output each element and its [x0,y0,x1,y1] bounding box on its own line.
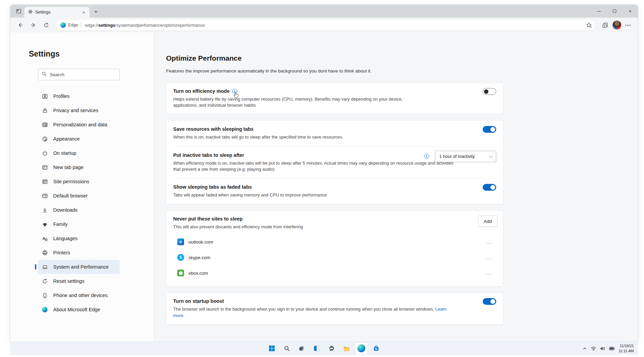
efficiency-toggle[interactable] [483,88,496,95]
info-icon[interactable]: i [424,154,429,159]
sidebar-item-default-browser[interactable]: Default browser [38,189,120,203]
startup-boost-title: Turn on startup boost [173,298,496,304]
tab-settings[interactable]: Settings × [24,7,89,18]
widgets-button[interactable] [310,343,323,354]
efficiency-description: Helps extend battery life by saving comp… [173,96,404,108]
start-button[interactable] [266,343,278,354]
battery-icon[interactable] [609,346,615,351]
tray-chevron-up-icon[interactable] [582,346,587,351]
svg-text:A: A [42,236,45,240]
tab-close-button[interactable]: × [81,9,87,15]
card-startup-boost: Turn on startup boost The browser will l… [166,293,503,324]
xbox-icon [177,270,184,276]
browser-window: Settings × + × [10,5,638,341]
collections-button[interactable] [600,20,610,30]
store-button[interactable] [370,343,383,354]
tab-actions-button[interactable] [13,7,24,17]
card-efficiency-mode: Turn on efficiency mode i Helps extend b… [166,83,503,114]
address-separator [81,22,81,28]
task-view-icon [299,345,305,352]
sleep-after-description: When efficiency mode is on, inactive tab… [173,160,460,172]
new-tab-button[interactable]: + [91,7,101,16]
personalization-icon [42,122,48,128]
site-badge: Edge [68,23,78,27]
task-view-button[interactable] [296,343,308,354]
site-menu-button[interactable]: ... [485,270,494,276]
sidebar-item-languages[interactable]: A Languages [38,231,120,246]
faded-tabs-title: Show sleeping tabs as faded tabs [173,184,496,190]
card-sleeping-tabs: Save resources with sleeping tabs When t… [166,120,503,204]
sidebar-item-reset-settings[interactable]: Reset settings [38,274,120,288]
file-explorer-button[interactable] [340,343,353,354]
sidebar-item-about-microsoft-edge[interactable]: About Microsoft Edge [38,302,120,317]
settings-search[interactable] [38,69,120,80]
sidebar-item-downloads[interactable]: Downloads [38,203,120,217]
download-icon [42,207,48,213]
sidebar-item-personalization-and-data[interactable]: Personalization and data [38,118,120,132]
search-icon [284,345,290,352]
search-input[interactable] [50,72,117,77]
sidebar-item-profiles[interactable]: Profiles [38,89,120,103]
sidebar-item-new-tab-page[interactable]: New tab page [38,160,120,174]
sidebar-item-appearance[interactable]: Appearance [38,132,120,146]
never-sleep-description: This will also prevent discards and effi… [173,224,496,230]
sidebar-item-on-startup[interactable]: On startup [38,146,120,160]
save-resources-title: Save resources with sleeping tabs [173,126,496,132]
volume-icon[interactable] [600,346,605,351]
wifi-icon[interactable] [591,346,596,351]
tab-title: Settings [35,10,78,15]
sidebar-item-site-permissions[interactable]: Site permissions [38,174,120,189]
startup-boost-toggle[interactable] [483,298,496,305]
lock-icon [42,107,48,113]
edge-logo-icon [60,22,66,28]
profiles-icon [42,93,48,99]
widgets-icon [314,345,320,352]
info-icon[interactable]: i [232,89,237,94]
forward-button[interactable] [28,20,39,30]
sidebar-item-family[interactable]: Family [38,217,120,231]
address-bar[interactable]: Edge edge://settings/systemandperformanc… [56,20,596,30]
never-sleep-title: Never put these sites to sleep [173,216,496,222]
back-button[interactable] [15,20,26,30]
tray-time: 11:11 AM [619,349,634,354]
site-permissions-icon [42,178,48,185]
star-gear-icon [586,22,592,28]
settings-sidebar: Settings Profiles [10,33,154,341]
sidebar-item-printers[interactable]: Printers [38,246,120,260]
profile-avatar[interactable] [612,21,621,29]
taskbar-search-button[interactable] [281,343,293,354]
site-menu-button[interactable]: ... [485,255,494,261]
store-icon [373,345,380,352]
minimize-button[interactable] [591,5,607,18]
maximize-button[interactable] [607,5,622,18]
browser-menu-button[interactable] [623,23,632,28]
sleep-after-value: 1 hour of inactivity [439,154,475,159]
save-resources-description: When this is on, inactive tabs will go t… [173,134,496,140]
edge-taskbar-button[interactable] [355,343,368,354]
sleep-after-dropdown[interactable]: 1 hour of inactivity [435,151,496,162]
refresh-icon [43,22,49,28]
site-menu-button[interactable]: ... [485,239,494,245]
taskbar-icons [266,343,383,354]
chat-button[interactable] [325,343,338,354]
languages-icon: A [42,235,48,241]
hand-cursor [234,92,239,99]
favorites-settings-button[interactable] [586,22,592,28]
sleeping-tabs-toggle[interactable] [483,126,496,133]
faded-tabs-description: Tabs will appear faded when saving memor… [173,192,496,198]
row-faded-tabs: Show sleeping tabs as faded tabs Tabs wi… [173,178,496,204]
refresh-button[interactable] [41,20,52,30]
power-icon [42,150,48,156]
reset-icon [42,278,48,284]
screen: Settings × + × [0,0,644,357]
sidebar-item-phone-and-other-devices[interactable]: Phone and other devices [38,288,120,302]
close-button[interactable]: × [622,5,638,18]
sidebar-item-privacy-and-services[interactable]: Privacy and services [38,103,120,118]
faded-tabs-toggle[interactable] [483,184,496,191]
clock[interactable]: 11/18/21 11:11 AM [619,343,634,354]
add-site-button[interactable]: Add [478,215,498,227]
sidebar-item-system-and-performance[interactable]: System and Performance [38,260,120,274]
chat-icon [328,345,335,352]
tab-strip: Settings × + × [10,5,638,18]
site-list: o outlook.com ... S skype.com ... [173,234,496,281]
